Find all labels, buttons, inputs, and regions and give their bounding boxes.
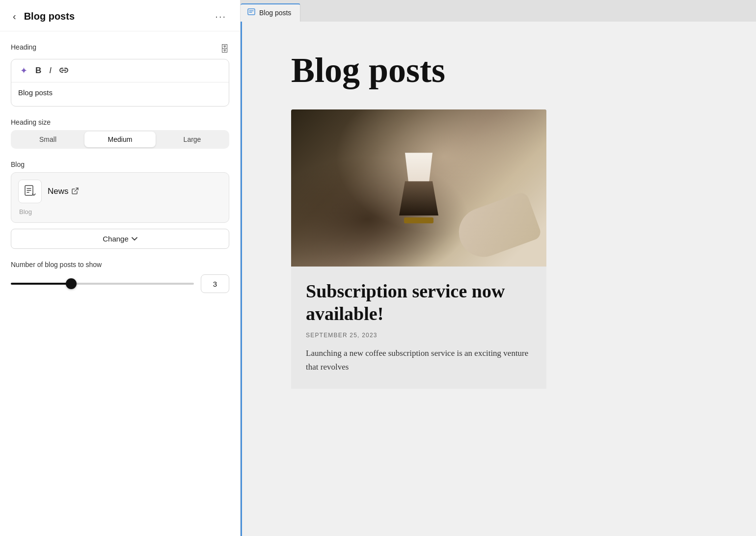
preview-tab-bar: Blog posts xyxy=(241,0,756,22)
blog-section-label: Blog xyxy=(11,161,229,168)
blog-post-title: Subscription service now available! xyxy=(306,280,532,325)
size-large-button[interactable]: Large xyxy=(157,132,228,147)
panel-body: Heading 🗄 ✦ B I Blog posts xyxy=(0,31,240,305)
posts-count-section: Number of blog posts to show 3 xyxy=(11,261,229,293)
chevron-down-icon xyxy=(132,235,137,242)
slider-thumb[interactable] xyxy=(66,278,77,289)
panel-header: ‹ Blog posts ··· xyxy=(0,0,240,31)
change-blog-button[interactable]: Change xyxy=(11,229,229,249)
heading-section: Heading 🗄 ✦ B I Blog posts xyxy=(11,43,229,107)
database-icon: 🗄 xyxy=(220,44,229,54)
slider-track xyxy=(11,283,194,285)
blog-sub-label: Blog xyxy=(18,208,222,215)
slider-row: 3 xyxy=(11,274,229,293)
dripper-container xyxy=(399,153,438,223)
svg-rect-1 xyxy=(248,9,255,15)
heading-label-row: Heading 🗄 xyxy=(11,43,229,55)
heading-label: Heading xyxy=(11,43,36,51)
external-link-icon[interactable] xyxy=(72,188,79,196)
blog-name: News xyxy=(48,187,69,196)
more-options-button[interactable]: ··· xyxy=(212,10,229,23)
preview-inner: Blog posts Su xyxy=(242,22,684,418)
person-arm xyxy=(452,191,543,264)
blog-post-card: Subscription service now available! Sept… xyxy=(291,109,546,389)
blog-post-info: Subscription service now available! Sept… xyxy=(291,267,546,389)
panel-header-left: ‹ Blog posts xyxy=(11,10,75,23)
blog-posts-tab[interactable]: Blog posts xyxy=(241,3,300,22)
heading-editor: ✦ B I Blog posts xyxy=(11,59,229,107)
heading-toolbar: ✦ B I xyxy=(11,59,229,82)
heading-size-toggle: Small Medium Large xyxy=(11,130,229,149)
blog-name-row: News xyxy=(48,187,79,196)
tab-icon xyxy=(247,8,255,17)
blog-post-image xyxy=(291,109,546,267)
blog-card-area: News Blog xyxy=(11,172,229,223)
size-small-button[interactable]: Small xyxy=(12,132,83,147)
posts-slider-container xyxy=(11,279,194,289)
change-label: Change xyxy=(103,235,129,243)
blog-post-excerpt: Launching a new coffee subscription serv… xyxy=(306,347,532,374)
dripper-filter xyxy=(402,153,436,182)
ai-sparkle-button[interactable]: ✦ xyxy=(18,64,29,77)
link-button[interactable] xyxy=(57,65,70,77)
tab-label: Blog posts xyxy=(259,9,291,17)
preview-page-title: Blog posts xyxy=(291,51,625,90)
posts-number-input[interactable]: 3 xyxy=(201,274,229,293)
dripper-glass xyxy=(399,181,438,215)
back-button[interactable]: ‹ xyxy=(11,10,18,23)
preview-content: Blog posts Su xyxy=(241,22,756,536)
heading-text-input[interactable]: Blog posts xyxy=(11,82,229,106)
blog-card-inner: News xyxy=(18,180,222,203)
left-panel: ‹ Blog posts ··· Heading 🗄 ✦ B I xyxy=(0,0,241,536)
size-medium-button[interactable]: Medium xyxy=(84,132,156,147)
heading-size-section: Heading size Small Medium Large xyxy=(11,118,229,149)
bold-button[interactable]: B xyxy=(33,65,43,77)
italic-button[interactable]: I xyxy=(47,65,54,77)
right-panel: Blog posts Blog posts xyxy=(241,0,756,536)
blog-doc-icon xyxy=(18,180,42,203)
heading-size-label: Heading size xyxy=(11,118,229,126)
blog-section: Blog News xyxy=(11,161,229,249)
coffee-scene-background xyxy=(291,109,546,267)
blog-post-date: September 25, 2023 xyxy=(306,332,532,339)
dripper-stand xyxy=(404,217,433,223)
panel-title: Blog posts xyxy=(24,11,75,22)
posts-count-label: Number of blog posts to show xyxy=(11,261,229,268)
